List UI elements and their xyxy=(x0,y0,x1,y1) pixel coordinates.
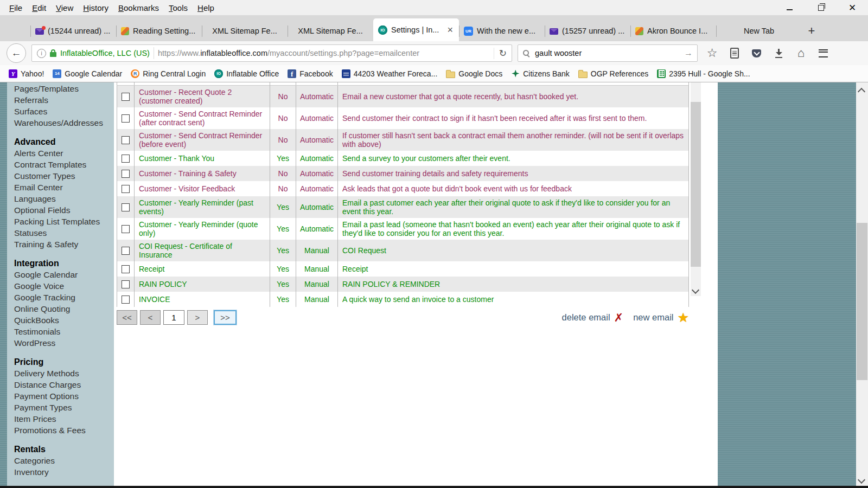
table-scrollbar[interactable] xyxy=(691,82,701,296)
menu-item[interactable]: Edit xyxy=(27,2,51,14)
bookmark-item[interactable]: Ring Central Login xyxy=(126,69,210,78)
browser-tab[interactable]: Settings | In... × xyxy=(373,18,459,41)
search-input[interactable] xyxy=(534,48,680,58)
last-page-button[interactable]: >> xyxy=(214,310,237,325)
sidebar-entry[interactable]: Delivery Methods xyxy=(14,368,114,379)
sidebar-entry[interactable]: Item Prices xyxy=(14,413,114,425)
bookmark-item[interactable]: Inflatable Office xyxy=(210,69,283,78)
menu-item[interactable]: View xyxy=(51,2,78,14)
sidebar-entry[interactable]: Alerts Center xyxy=(14,147,114,159)
row-checkbox[interactable] xyxy=(122,280,130,288)
sidebar-entry[interactable]: Inventory xyxy=(14,466,114,478)
reload-icon[interactable]: ↻ xyxy=(494,48,507,59)
email-name-cell[interactable]: Customer - Yearly Reminder (past events) xyxy=(135,196,270,218)
row-checkbox[interactable] xyxy=(122,155,130,163)
prev-page-button[interactable]: < xyxy=(140,310,161,325)
sidebar-entry[interactable]: Promotions & Fees xyxy=(14,425,114,436)
sidebar-entry[interactable]: Rentals xyxy=(14,444,114,455)
browser-tab[interactable]: Reading Setting... xyxy=(116,21,202,41)
url-text[interactable]: https://www.inflatableoffice.com/myaccou… xyxy=(158,49,490,57)
bookmark-item[interactable]: OGP References xyxy=(574,69,653,78)
downloads-button[interactable] xyxy=(768,43,790,63)
email-name-cell[interactable]: Customer - Training & Safety xyxy=(135,166,270,181)
row-checkbox[interactable] xyxy=(122,203,130,211)
bookmark-item[interactable]: Citizens Bank xyxy=(507,69,574,78)
restore-button[interactable] xyxy=(805,0,837,15)
browser-tab[interactable]: (15244 unread) ... xyxy=(30,21,116,41)
browser-tab[interactable]: With the new e... xyxy=(459,21,545,41)
email-name-cell[interactable]: Customer - Send Contract Reminder (befor… xyxy=(135,129,270,151)
sidebar-entry[interactable]: WordPress xyxy=(14,337,114,349)
sidebar-entry[interactable]: Training & Safety xyxy=(14,239,114,250)
minimize-button[interactable] xyxy=(774,0,805,15)
row-checkbox[interactable] xyxy=(122,185,130,193)
menu-item[interactable]: Bookmarks xyxy=(113,2,164,14)
sidebar-entry[interactable]: Customer Types xyxy=(14,170,114,182)
sidebar-entry[interactable]: Languages xyxy=(14,193,114,204)
site-identity[interactable]: InflatableOffice, LLC (US) xyxy=(60,49,150,57)
address-bar[interactable]: i InflatableOffice, LLC (US) https://www… xyxy=(31,44,512,62)
sidebar-entry[interactable]: Google Calendar xyxy=(14,269,114,280)
menu-item[interactable]: History xyxy=(78,2,113,14)
email-name-cell[interactable]: Receipt xyxy=(135,261,270,277)
window-scrollbar-thumb[interactable] xyxy=(857,223,867,380)
row-checkbox[interactable] xyxy=(122,247,130,255)
bookmark-item[interactable]: 44203 Weather Foreca... xyxy=(337,69,442,78)
info-icon[interactable]: i xyxy=(37,49,46,58)
row-checkbox[interactable] xyxy=(122,136,130,144)
sidebar-entry[interactable]: Optional Fields xyxy=(14,204,114,216)
menu-button[interactable] xyxy=(812,43,834,63)
row-checkbox[interactable] xyxy=(122,265,130,273)
sidebar-entry[interactable]: Packing List Templates xyxy=(14,216,114,227)
search-bar[interactable]: → xyxy=(518,44,698,62)
menu-item[interactable]: Help xyxy=(193,2,219,14)
email-name-cell[interactable]: Customer - Recent Quote 2 (customer crea… xyxy=(135,86,270,107)
sidebar-entry[interactable]: Integration xyxy=(14,258,114,269)
row-checkbox[interactable] xyxy=(122,114,130,123)
tab-close-icon[interactable]: × xyxy=(446,24,454,36)
reading-list-button[interactable] xyxy=(723,43,745,63)
window-scrollbar[interactable] xyxy=(856,82,868,488)
bookmark-item[interactable]: 2395 Hull - Google Sh... xyxy=(653,69,754,78)
pocket-button[interactable] xyxy=(745,43,768,63)
email-name-cell[interactable]: RAIN POLICY xyxy=(135,277,270,292)
menu-item[interactable]: File xyxy=(4,2,27,14)
email-name-cell[interactable]: COI Request - Certificate of Insurance xyxy=(135,240,270,261)
browser-tab[interactable]: (15257 unread) ... xyxy=(545,21,630,41)
browser-tab[interactable]: XML Sitemap Fe... xyxy=(202,21,288,41)
home-button[interactable]: ⌂ xyxy=(790,43,812,63)
sidebar-entry[interactable]: Online Quoting xyxy=(14,303,114,314)
delete-email-button[interactable]: delete email ✗ xyxy=(562,312,624,323)
sidebar-entry[interactable]: Referrals xyxy=(14,94,114,106)
search-go-icon[interactable]: → xyxy=(684,48,693,58)
sidebar-entry[interactable]: Warehouses/Addresses xyxy=(14,117,114,129)
bookmark-item[interactable]: Google Docs xyxy=(442,69,507,78)
email-name-cell[interactable]: Customer - Send Contract Reminder (after… xyxy=(135,107,270,129)
bookmark-star-button[interactable]: ☆ xyxy=(701,43,723,63)
bookmark-item[interactable]: Facebook xyxy=(283,69,337,78)
new-tab-button[interactable]: + xyxy=(802,21,821,41)
browser-tab[interactable]: Akron Bounce I... xyxy=(630,21,716,41)
back-button[interactable]: ← xyxy=(7,43,26,63)
sidebar-entry[interactable]: Contract Templates xyxy=(14,159,114,170)
sidebar-entry[interactable]: Surfaces xyxy=(14,106,114,117)
sidebar-entry[interactable]: Google Tracking xyxy=(14,292,114,303)
browser-tab[interactable]: New Tab xyxy=(716,21,802,41)
email-name-cell[interactable]: Customer - Thank You xyxy=(135,151,270,166)
sidebar-entry[interactable]: Advanced xyxy=(14,136,114,147)
sidebar-entry[interactable]: Statuses xyxy=(14,227,114,239)
row-checkbox[interactable] xyxy=(122,296,130,304)
sidebar-entry[interactable]: Categories xyxy=(14,455,114,466)
scroll-down-icon[interactable] xyxy=(858,476,865,484)
row-checkbox[interactable] xyxy=(122,93,130,101)
page-number-input[interactable] xyxy=(163,310,184,325)
scroll-down-icon[interactable] xyxy=(692,286,699,294)
email-name-cell[interactable]: Customer - Yearly Reminder (quote only) xyxy=(135,218,270,240)
sidebar-entry[interactable]: Google Voice xyxy=(14,280,114,292)
sidebar-entry[interactable]: Pages/Templates xyxy=(14,83,114,94)
row-checkbox[interactable] xyxy=(122,170,130,178)
menu-item[interactable]: Tools xyxy=(164,2,193,14)
sidebar-entry[interactable]: Payment Types xyxy=(14,402,114,413)
sidebar-entry[interactable]: Email Center xyxy=(14,182,114,193)
sidebar-entry[interactable]: QuickBooks xyxy=(14,314,114,326)
